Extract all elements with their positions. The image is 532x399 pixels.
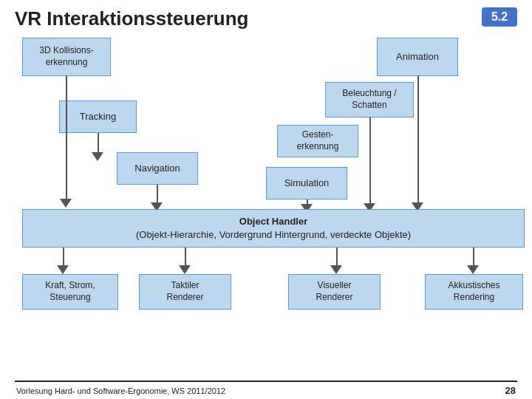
arrow-oh-vis-down <box>330 265 342 274</box>
simulation-box: Simulation <box>266 167 347 200</box>
arrow-oh-akk-down <box>467 265 479 274</box>
navigation-label: Navigation <box>134 163 180 175</box>
beleuchtung-box: Beleuchtung / Schatten <box>325 82 414 117</box>
animation-box: Animation <box>377 38 458 76</box>
kraft-box: Kraft, Strom, Steuerung <box>22 274 118 310</box>
object-handler-line2: (Objekt-Hierarchie, Vordergrund Hintergr… <box>136 228 411 242</box>
footer-page: 28 <box>505 385 516 396</box>
arrow-oh-kraft-down <box>57 265 69 274</box>
gesten-box: Gesten- erkennung <box>277 125 358 157</box>
header: VR Interaktionssteuerung 5.2 <box>15 7 517 30</box>
footer-text: Vorlesung Hard- und Software-Ergonomie, … <box>16 386 225 395</box>
arrow-tracking-down <box>92 152 103 161</box>
kollision-box: 3D Kollisions- erkennung <box>22 38 111 76</box>
gesten-label: Gesten- erkennung <box>297 129 339 152</box>
diagram-area: 3D Kollisions- erkennung Animation Beleu… <box>15 38 517 379</box>
page-title: VR Interaktionssteuerung <box>15 7 248 30</box>
navigation-box: Navigation <box>117 152 198 185</box>
footer: Vorlesung Hard- und Software-Ergonomie, … <box>15 381 517 399</box>
object-handler-box: Object Handler (Objekt-Hierarchie, Vorde… <box>22 209 525 248</box>
arrow-kollision-down <box>60 199 72 208</box>
arrow-kollision-v <box>66 76 67 202</box>
arrow-anim-v <box>417 76 419 205</box>
akkustisches-box: Akkustisches Rendering <box>425 274 523 310</box>
tracking-label: Tracking <box>80 111 116 123</box>
visueller-label: Visueller Renderer <box>316 280 352 303</box>
visueller-box: Visueller Renderer <box>288 274 381 310</box>
kraft-label: Kraft, Strom, Steuerung <box>45 280 95 303</box>
arrow-bel-v <box>369 117 371 206</box>
beleuchtung-label: Beleuchtung / Schatten <box>342 88 396 111</box>
slide-badge: 5.2 <box>482 7 517 27</box>
tracking-box: Tracking <box>59 100 137 133</box>
page: VR Interaktionssteuerung 5.2 3D Kollisio… <box>0 0 532 399</box>
object-handler-line1: Object Handler <box>239 215 307 228</box>
kollision-label: 3D Kollisions- erkennung <box>39 45 93 68</box>
arrow-oh-takt-down <box>179 265 191 274</box>
simulation-label: Simulation <box>284 177 330 190</box>
animation-label: Animation <box>396 51 439 64</box>
taktiler-label: Taktiler Renderer <box>166 280 203 303</box>
akkustisches-label: Akkustisches Rendering <box>448 280 499 303</box>
taktiler-box: Taktiler Renderer <box>139 274 231 310</box>
